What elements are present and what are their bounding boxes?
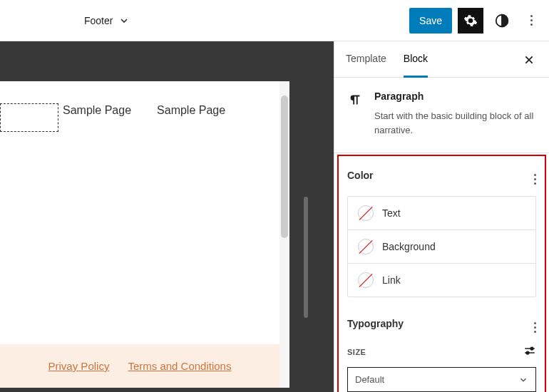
color-swatch-empty-icon: [358, 272, 374, 288]
kebab-icon: [530, 15, 533, 26]
page-frame: Sample Page Sample Page Privay Policy Te…: [0, 81, 289, 388]
size-value: Default: [355, 374, 384, 385]
block-sidebar: Template Block Paragraph Start with the …: [334, 41, 549, 392]
footer-links: Privay Policy Terms and Conditions: [0, 344, 279, 388]
size-custom-toggle[interactable]: [523, 344, 536, 360]
sliders-icon: [523, 344, 536, 357]
typography-section: Typography SIZE Default: [347, 297, 536, 392]
more-options-button[interactable]: [520, 8, 542, 33]
page-content: Sample Page Sample Page: [0, 81, 289, 140]
tab-template[interactable]: Template: [346, 41, 386, 77]
typography-title: Typography: [347, 318, 404, 329]
block-description: Start with the basic building block of a…: [374, 109, 538, 137]
styles-button[interactable]: [489, 8, 515, 33]
color-section-header: Color: [347, 166, 536, 185]
close-icon: [523, 54, 535, 66]
color-label: Link: [382, 274, 401, 286]
contrast-icon: [494, 13, 510, 29]
footer-link-terms[interactable]: Terms and Conditions: [128, 360, 231, 372]
template-name: Footer: [84, 15, 113, 26]
highlighted-section: Color Text Background Link: [337, 155, 546, 392]
color-swatch-empty-icon: [358, 239, 374, 254]
svg-point-5: [530, 347, 533, 350]
settings-button[interactable]: [458, 8, 483, 33]
size-row: SIZE: [347, 344, 536, 360]
gear-icon: [463, 14, 478, 28]
block-info: Paragraph Start with the basic building …: [334, 78, 549, 153]
paragraph-icon: [347, 91, 363, 137]
typography-options-button[interactable]: [534, 314, 536, 333]
kebab-icon: [534, 322, 536, 333]
color-label: Background: [382, 241, 436, 252]
tab-block[interactable]: Block: [404, 41, 428, 78]
block-info-text: Paragraph Start with the basic building …: [374, 91, 538, 137]
save-button[interactable]: Save: [409, 8, 452, 33]
chevron-down-icon: [518, 375, 528, 385]
chevron-down-icon: [118, 15, 130, 26]
color-list: Text Background Link: [347, 196, 536, 297]
editor-canvas[interactable]: Sample Page Sample Page Privay Policy Te…: [0, 41, 334, 392]
page-scrollbar-thumb[interactable]: [281, 96, 288, 238]
top-bar: Footer Save: [0, 0, 549, 41]
close-sidebar-button[interactable]: [520, 51, 538, 71]
template-selector[interactable]: Footer: [84, 15, 130, 26]
color-options-button[interactable]: [534, 166, 536, 185]
topbar-actions: Save: [409, 8, 542, 33]
color-label: Text: [382, 207, 401, 219]
color-section-title: Color: [347, 170, 374, 181]
color-text-button[interactable]: Text: [348, 197, 535, 230]
block-name: Paragraph: [374, 91, 538, 102]
color-swatch-empty-icon: [358, 205, 374, 221]
color-background-button[interactable]: Background: [348, 230, 535, 264]
size-select[interactable]: Default: [347, 367, 536, 392]
size-label: SIZE: [347, 348, 366, 356]
page-scrollbar-track[interactable]: [279, 81, 289, 388]
main-area: Sample Page Sample Page Privay Policy Te…: [0, 41, 549, 392]
footer-link-privacy[interactable]: Privay Policy: [48, 360, 110, 372]
svg-point-6: [526, 351, 529, 354]
color-link-button[interactable]: Link: [348, 264, 535, 296]
kebab-icon: [534, 174, 536, 185]
nav-link[interactable]: Sample Page: [63, 104, 131, 117]
sidebar-tabs: Template Block: [334, 41, 549, 78]
canvas-scrollbar[interactable]: [304, 197, 308, 318]
typography-header: Typography: [347, 314, 536, 333]
nav-link[interactable]: Sample Page: [157, 104, 225, 117]
empty-block[interactable]: [0, 103, 58, 132]
